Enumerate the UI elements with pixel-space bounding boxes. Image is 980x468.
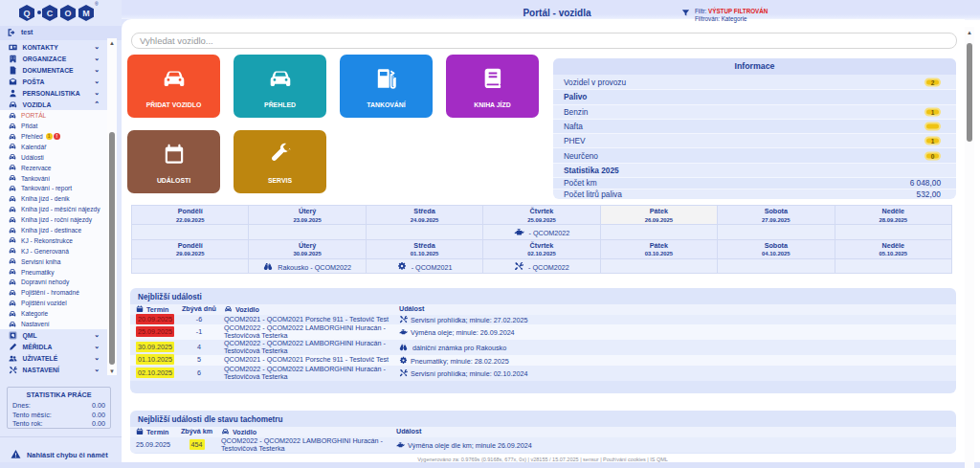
svg-text:C: C — [47, 9, 54, 18]
svg-text:M: M — [82, 9, 90, 18]
svg-text:Q: Q — [23, 9, 30, 18]
svg-text:O: O — [64, 9, 71, 18]
